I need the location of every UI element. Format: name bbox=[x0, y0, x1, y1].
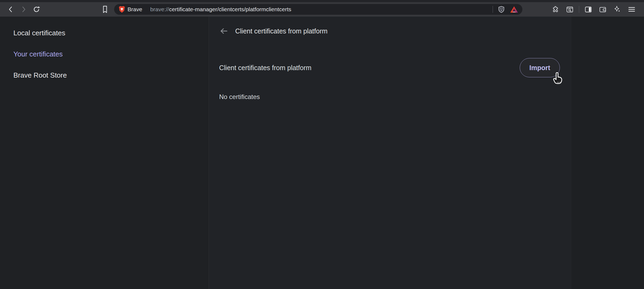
url-text: brave://certificate-manager/clientcerts/… bbox=[150, 6, 291, 13]
forward-button[interactable] bbox=[18, 4, 29, 15]
certificate-sidebar: Local certificates Your certificates Bra… bbox=[0, 17, 209, 289]
platform-certs-section-header: Client certificates from platform Import bbox=[219, 58, 560, 77]
search-in-page-button[interactable] bbox=[564, 4, 575, 15]
menu-button[interactable] bbox=[626, 4, 637, 15]
window-frame-strip bbox=[0, 0, 644, 2]
brave-logo-icon bbox=[119, 6, 125, 13]
urlbar-divider bbox=[493, 6, 493, 13]
page-back-button[interactable] bbox=[219, 26, 228, 36]
wallet-icon bbox=[599, 6, 606, 13]
hamburger-menu-icon bbox=[628, 6, 635, 13]
extensions-button[interactable] bbox=[550, 4, 561, 15]
reload-button[interactable] bbox=[31, 4, 42, 15]
url-bar[interactable]: Brave brave://certificate-manager/client… bbox=[114, 4, 522, 15]
urlbar-right-icons bbox=[493, 4, 519, 15]
reload-icon bbox=[33, 6, 40, 13]
url-scheme: brave:// bbox=[150, 6, 169, 12]
toolbar-divider bbox=[579, 6, 579, 13]
forward-icon bbox=[20, 6, 27, 13]
extensions-puzzle-icon bbox=[552, 6, 559, 13]
bookmark-icon bbox=[101, 5, 109, 13]
certificate-manager-page: Local certificates Your certificates Bra… bbox=[0, 17, 644, 289]
toolbar-right-icons bbox=[550, 4, 637, 15]
sparkle-ai-icon bbox=[613, 6, 621, 13]
empty-state-text: No certificates bbox=[219, 93, 260, 100]
right-gutter bbox=[571, 17, 644, 289]
browser-toolbar: Brave brave://certificate-manager/client… bbox=[0, 2, 644, 17]
import-button[interactable]: Import bbox=[520, 58, 560, 77]
back-icon bbox=[7, 6, 14, 13]
bat-triangle-icon bbox=[510, 6, 518, 13]
back-button[interactable] bbox=[5, 4, 16, 15]
sidebar-item-label: Local certificates bbox=[13, 29, 65, 37]
page-header: Client certificates from platform bbox=[219, 24, 560, 38]
brave-shields-button[interactable] bbox=[497, 4, 506, 15]
brave-rewards-button[interactable] bbox=[510, 4, 519, 15]
empty-state-row: No certificates bbox=[219, 93, 560, 101]
url-path: certificate-manager/clientcerts/platform… bbox=[169, 6, 291, 12]
section-title: Client certificates from platform bbox=[219, 64, 312, 72]
search-window-icon bbox=[566, 6, 574, 13]
page-title: Client certificates from platform bbox=[235, 27, 328, 35]
main-content: Client certificates from platform Client… bbox=[209, 17, 571, 289]
site-label: Brave bbox=[128, 6, 142, 13]
sidebar-item-label: Your certificates bbox=[13, 50, 63, 58]
side-panel-button[interactable] bbox=[583, 4, 594, 15]
brave-shields-icon bbox=[498, 6, 505, 13]
sidebar-item-your-certificates[interactable]: Your certificates bbox=[13, 44, 209, 65]
bookmark-button[interactable] bbox=[100, 4, 110, 15]
browser-window: Brave brave://certificate-manager/client… bbox=[0, 0, 644, 289]
nav-button-group bbox=[5, 4, 42, 15]
sidebar-item-label: Brave Root Store bbox=[13, 71, 67, 79]
arrow-back-icon bbox=[219, 27, 228, 35]
wallet-button[interactable] bbox=[597, 4, 608, 15]
sidebar-item-local-certificates[interactable]: Local certificates bbox=[13, 22, 209, 44]
side-panel-icon bbox=[585, 6, 592, 13]
site-chip: Brave bbox=[119, 6, 142, 13]
leo-ai-button[interactable] bbox=[612, 4, 623, 15]
sidebar-item-brave-root-store[interactable]: Brave Root Store bbox=[13, 65, 209, 86]
